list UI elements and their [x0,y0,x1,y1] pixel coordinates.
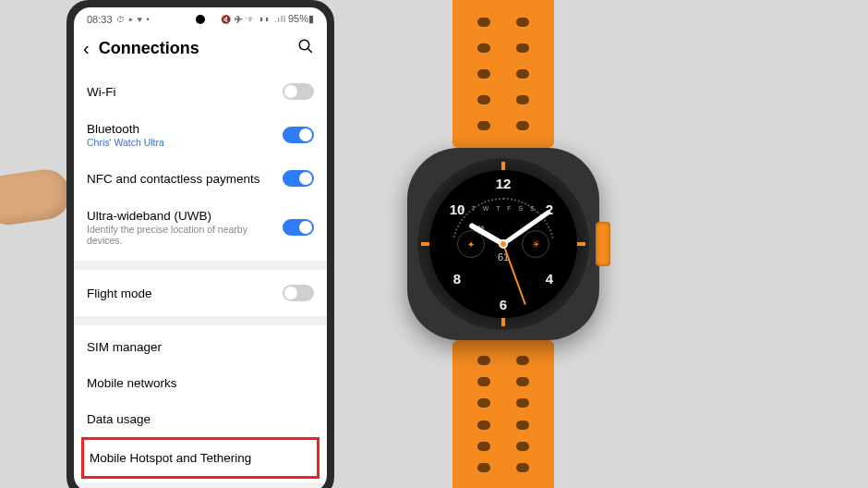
svg-point-0 [299,40,309,50]
dial-8: 8 [446,271,468,287]
settings-list: Wi-Fi Bluetooth Chris' Watch Ultra NFC a… [74,72,327,488]
dial-12: 12 [492,176,514,191]
label-hotspot: Mobile Hotspot and Tethering [90,451,311,465]
label-datausage: Data usage [87,412,314,426]
toggle-flight[interactable] [283,285,314,301]
row-nfc[interactable]: NFC and contactless payments [87,159,314,198]
label-bluetooth: Bluetooth [87,122,283,136]
section-divider [74,482,327,488]
toggle-bluetooth[interactable] [283,127,314,143]
row-data-usage[interactable]: Data usage [87,401,314,437]
watch-days: M T W T F S S [459,205,537,212]
section-divider [74,316,327,325]
back-icon[interactable]: ‹ [83,38,90,59]
watch-band-bottom [452,340,554,488]
dial-10: 10 [446,201,468,217]
page-title: Connections [99,39,297,58]
page-header: ‹ Connections [74,27,327,72]
toggle-nfc[interactable] [283,170,314,187]
label-networks: Mobile networks [87,376,314,390]
row-wifi[interactable]: Wi-Fi [87,72,314,111]
front-camera [196,15,205,24]
status-battery: 95%▮ [288,13,314,25]
row-flight-mode[interactable]: Flight mode [87,274,314,312]
finger [0,166,73,227]
status-left-icons: ⏱ ▶ ♥ • [116,15,151,24]
phone-screen: 08:33 ⏱ ▶ ♥ • 🔇 ✈ ᯤ ▮▮ .ıll 95%▮ ‹ Conne… [74,7,327,488]
phone-device: 08:33 ⏱ ▶ ♥ • 🔇 ✈ ᯤ ▮▮ .ıll 95%▮ ‹ Conne… [66,0,334,488]
status-right-icons: 🔇 ✈ ᯤ ▮▮ .ıll [221,15,286,24]
label-uwb: Ultra-wideband (UWB) [87,209,283,223]
toggle-wifi[interactable] [283,83,314,100]
complication-right[interactable]: ☀ [522,230,549,258]
search-icon[interactable] [297,38,314,59]
row-mobile-networks[interactable]: Mobile networks [87,365,314,401]
dial-6: 6 [492,297,514,312]
section-divider [74,261,327,270]
label-nfc: NFC and contactless payments [87,172,283,186]
label-wifi: Wi-Fi [87,85,283,99]
row-uwb[interactable]: Ultra-wideband (UWB) Identify the precis… [87,198,314,257]
watch-bezel: M T W T F S S 12 2 4 6 8 10 ✦ ☀ 61 7% [417,158,589,330]
watch-device: M T W T F S S 12 2 4 6 8 10 ✦ ☀ 61 7% [397,0,609,488]
status-time: 08:33 [87,14,113,25]
watch-band-top [452,0,554,148]
label-sim: SIM manager [87,340,314,354]
center-dot [499,239,508,249]
watch-case: M T W T F S S 12 2 4 6 8 10 ✦ ☀ 61 7% [407,148,599,340]
watch-crown[interactable] [596,222,610,266]
watch-temp: 61 [492,251,514,262]
watch-dial[interactable]: M T W T F S S 12 2 4 6 8 10 ✦ ☀ 61 7% [429,170,577,318]
row-sim-manager[interactable]: SIM manager [87,329,314,365]
dial-4: 4 [538,271,561,287]
svg-line-1 [307,48,312,53]
sub-bluetooth: Chris' Watch Ultra [87,137,283,148]
sub-uwb: Identify the precise location of nearby … [87,224,283,246]
row-bluetooth[interactable]: Bluetooth Chris' Watch Ultra [87,111,314,159]
label-flight: Flight mode [87,287,283,300]
row-mobile-hotspot[interactable]: Mobile Hotspot and Tethering [81,437,319,479]
toggle-uwb[interactable] [283,219,314,236]
